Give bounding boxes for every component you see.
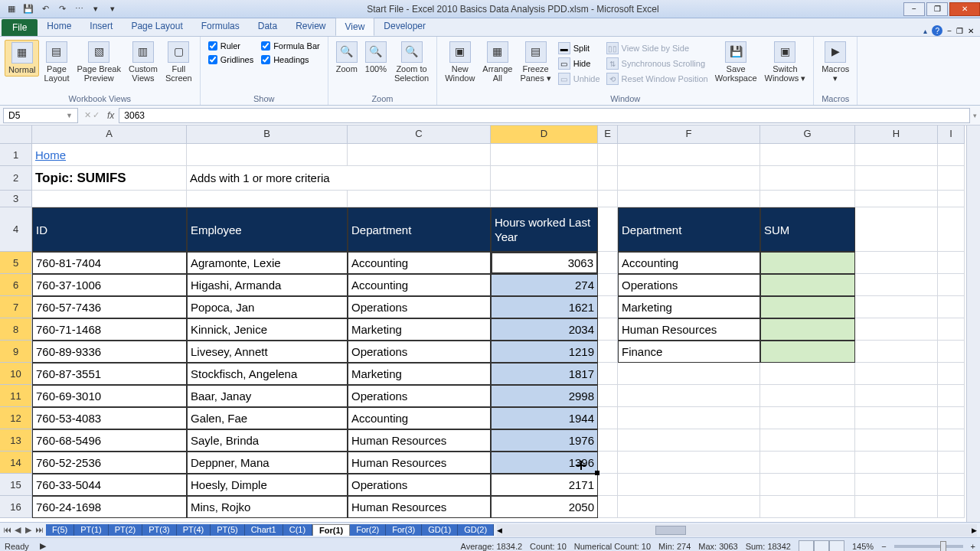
tab-review[interactable]: Review [286, 18, 335, 36]
cell[interactable] [938, 385, 965, 407]
cell[interactable] [760, 363, 855, 385]
sheet-tab[interactable]: C(1) [283, 524, 312, 536]
side-by-side-button[interactable]: ▯▯View Side by Side [604, 41, 710, 55]
cell-sum[interactable] [760, 318, 855, 341]
cell-sum[interactable] [760, 274, 855, 296]
cell[interactable] [760, 452, 855, 474]
cell-employee[interactable]: Deppner, Mana [187, 452, 348, 474]
excel-icon[interactable]: ▦ [5, 2, 18, 16]
select-all-corner[interactable] [0, 126, 32, 144]
cell[interactable] [760, 191, 855, 207]
cell-employee[interactable]: Livesey, Annett [187, 341, 348, 363]
cell[interactable] [598, 341, 618, 363]
tab-view[interactable]: View [335, 18, 375, 36]
cell-department[interactable]: Marketing [348, 318, 491, 341]
expand-formula-icon[interactable]: ▾ [970, 112, 980, 119]
cell-id[interactable]: 760-68-5496 [32, 429, 187, 452]
cell[interactable] [855, 385, 938, 407]
cell[interactable] [187, 144, 348, 166]
cancel-icon[interactable]: ✕ [84, 110, 91, 120]
cell-hours[interactable]: 2050 [491, 496, 598, 518]
cell-hours[interactable]: 1219 [491, 341, 598, 363]
cell-department[interactable]: Accounting [348, 274, 491, 296]
cell-department[interactable]: Operations [348, 296, 491, 318]
column-header-H[interactable]: H [855, 126, 938, 143]
freeze-panes-button[interactable]: ▤Freeze Panes ▾ [517, 40, 554, 84]
cell-employee[interactable]: Higashi, Armanda [187, 274, 348, 296]
cell[interactable] [938, 144, 965, 166]
cell[interactable] [760, 407, 855, 429]
cell[interactable] [618, 429, 760, 452]
cell-employee[interactable]: Agramonte, Lexie [187, 252, 348, 274]
table-header[interactable]: Department [348, 207, 491, 252]
cell-department[interactable]: Operations [348, 385, 491, 407]
cell[interactable] [855, 341, 938, 363]
sheet-tab[interactable]: PT(3) [142, 524, 177, 536]
row-header[interactable]: 12 [0, 407, 32, 429]
headings-checkbox[interactable]: Headings [258, 54, 323, 66]
row-header[interactable]: 15 [0, 474, 32, 496]
zoom-button[interactable]: 🔍Zoom [333, 40, 361, 75]
zoom-100-button[interactable]: 🔍100% [362, 40, 390, 75]
formula-input[interactable]: 3063 [119, 108, 970, 123]
cell[interactable] [855, 166, 938, 191]
cell[interactable] [855, 318, 938, 341]
cell[interactable] [598, 274, 618, 296]
cell[interactable] [760, 496, 855, 518]
cell[interactable] [598, 144, 618, 166]
cell-id[interactable]: 760-69-3010 [32, 385, 187, 407]
zoom-in-button[interactable]: + [971, 542, 975, 551]
cell[interactable] [855, 407, 938, 429]
name-box[interactable]: D5▼ [3, 108, 78, 123]
column-header-G[interactable]: G [760, 126, 855, 143]
column-header-D[interactable]: D [491, 126, 598, 143]
row-header[interactable]: 7 [0, 296, 32, 318]
cell-hours[interactable]: 2998 [491, 385, 598, 407]
cell[interactable] [855, 274, 938, 296]
cell[interactable] [760, 144, 855, 166]
close-button[interactable]: ✕ [949, 2, 980, 16]
column-header-A[interactable]: A [32, 126, 187, 143]
cell-id[interactable]: 760-71-1468 [32, 318, 187, 341]
sheet-tab[interactable]: For(2) [350, 524, 386, 536]
cell[interactable] [618, 385, 760, 407]
cell-hours[interactable]: 3063 [491, 252, 598, 274]
sheet-tab[interactable]: GD(1) [422, 524, 458, 536]
cell-department[interactable]: Operations [348, 474, 491, 496]
cell[interactable] [938, 274, 965, 296]
cell[interactable] [855, 452, 938, 474]
row-header[interactable]: 8 [0, 318, 32, 341]
ruler-checkbox[interactable]: Ruler [205, 40, 256, 52]
cell[interactable] [598, 296, 618, 318]
tab-data[interactable]: Data [249, 18, 286, 36]
cell-sum[interactable] [760, 296, 855, 318]
redo-icon[interactable]: ↷ [55, 2, 69, 16]
table-header[interactable]: Hours worked Last Year [491, 207, 598, 252]
save-workspace-button[interactable]: 💾Save Workspace [712, 40, 760, 84]
vertical-scrollbar[interactable] [966, 126, 980, 522]
row-header[interactable]: 9 [0, 341, 32, 363]
row-header[interactable]: 5 [0, 252, 32, 274]
macros-button[interactable]: ▶Macros ▾ [818, 40, 852, 84]
cell-employee[interactable]: Baar, Janay [187, 385, 348, 407]
reset-position-button[interactable]: ⟲Reset Window Position [604, 72, 710, 86]
tab-file[interactable]: File [2, 19, 38, 36]
qat-btn[interactable]: ⋯ [72, 2, 86, 16]
row-header[interactable]: 4 [0, 207, 32, 252]
macro-record-icon[interactable]: ▶ [40, 541, 46, 551]
cell[interactable] [760, 474, 855, 496]
sheet-tab[interactable]: PT(1) [74, 524, 109, 536]
cell[interactable] [348, 191, 491, 207]
cell-summary-dept[interactable]: Human Resources [618, 318, 760, 341]
view-shortcuts[interactable] [799, 540, 844, 552]
cell-employee[interactable]: Popoca, Jan [187, 296, 348, 318]
cell-employee[interactable]: Sayle, Brinda [187, 429, 348, 452]
sheet-tab[interactable]: PT(4) [177, 524, 211, 536]
cell-id[interactable]: 760-81-7404 [32, 252, 187, 274]
cell[interactable] [938, 296, 965, 318]
cell[interactable] [938, 207, 965, 252]
fx-icon[interactable]: fx [103, 110, 119, 121]
arrange-all-button[interactable]: ▦Arrange All [479, 40, 515, 84]
home-link[interactable]: Home [32, 144, 187, 166]
cell-id[interactable]: 760-37-1006 [32, 274, 187, 296]
